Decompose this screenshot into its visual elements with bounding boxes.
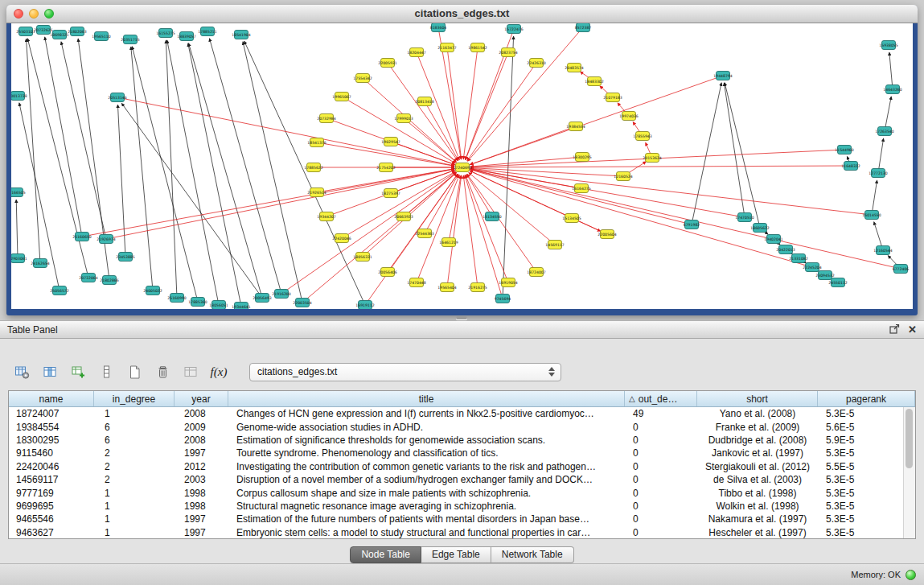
table-cell[interactable]: 1997 xyxy=(175,513,228,525)
graph-node[interactable]: 18698321 xyxy=(50,31,68,39)
graph-node[interactable]: 22245204 xyxy=(803,263,821,272)
graph-node[interactable]: 8183604 xyxy=(430,23,447,32)
table-cell[interactable]: 18300295 xyxy=(9,435,94,446)
edit-table-button[interactable] xyxy=(68,361,88,382)
graph-node[interactable]: 19344641 xyxy=(232,303,250,310)
graph-node[interactable]: 24550112 xyxy=(828,278,847,287)
network-window-titlebar[interactable]: citations_edges.txt xyxy=(6,5,918,23)
graph-node[interactable]: 18839057 xyxy=(177,32,195,41)
graph-node[interactable]: 21926974 xyxy=(97,235,115,244)
table-cell[interactable]: 6 xyxy=(94,435,175,446)
table-cell[interactable]: 2 xyxy=(94,461,175,472)
table-cell[interactable]: 2008 xyxy=(175,408,228,419)
graph-node[interactable]: 18605622 xyxy=(750,224,769,233)
table-cell[interactable]: 5.3E-5 xyxy=(818,513,903,525)
column-header-pagerank[interactable]: pagerank xyxy=(818,391,915,406)
graph-edge[interactable] xyxy=(470,76,723,165)
graph-node[interactable]: 19565110 xyxy=(92,32,110,41)
minimize-window-button[interactable] xyxy=(29,9,39,19)
graph-edge[interactable] xyxy=(189,43,262,298)
graph-node[interactable]: 12160524 xyxy=(614,172,632,181)
graph-node[interactable]: 17470448 xyxy=(407,278,425,287)
table-cell[interactable]: 1998 xyxy=(175,488,228,499)
table-cell[interactable]: 0 xyxy=(625,501,697,512)
graph-edge[interactable] xyxy=(872,180,877,215)
table-cell[interactable]: Wolkin et al. (1998) xyxy=(697,501,818,512)
table-cell[interactable]: 2003 xyxy=(175,474,228,485)
delete-table-button[interactable] xyxy=(152,361,173,382)
graph-node[interactable]: 12160544 xyxy=(873,246,892,255)
table-cell[interactable]: 9463627 xyxy=(9,527,94,538)
table-cell[interactable]: 5.5E-5 xyxy=(818,461,903,472)
close-panel-icon[interactable]: ✕ xyxy=(908,325,917,335)
table-cell[interactable]: Investigating the contribution of common… xyxy=(228,461,625,472)
graph-node[interactable]: 19384554 xyxy=(566,122,585,131)
graph-edge[interactable] xyxy=(188,43,241,307)
graph-node[interactable]: 21916275 xyxy=(468,283,487,292)
graph-node[interactable]: 6772406 xyxy=(893,265,910,274)
graph-edge[interactable] xyxy=(117,105,125,257)
graph-edge[interactable] xyxy=(425,175,458,233)
table-cell[interactable]: Structural magnetic resonance image aver… xyxy=(228,501,625,512)
graph-node[interactable]: 24162654 xyxy=(31,259,49,268)
graph-node[interactable]: 24005022 xyxy=(143,286,162,295)
divider-grip-icon[interactable] xyxy=(456,316,467,319)
graph-edge[interactable] xyxy=(106,169,454,239)
table-cell[interactable]: Corpus callosum shape and size in male p… xyxy=(228,488,625,499)
graph-node[interactable]: 17470510 xyxy=(735,213,754,222)
table-row[interactable]: 911546021997Tourette syndrome. Phenomeno… xyxy=(9,447,903,459)
graph-edge[interactable] xyxy=(470,169,745,217)
create-table-button[interactable] xyxy=(124,361,145,382)
table-cell[interactable]: 49 xyxy=(625,408,697,419)
table-cell[interactable]: 9115460 xyxy=(9,447,94,459)
table-cell[interactable]: 2 xyxy=(94,447,175,459)
column-header-in_degree[interactable]: in_degree xyxy=(94,391,175,406)
graph-edge[interactable] xyxy=(209,39,281,294)
table-cell[interactable]: Hescheler et al. (1997) xyxy=(697,527,818,538)
scrollbar-thumb[interactable] xyxy=(906,409,913,468)
graph-node[interactable]: 17855943 xyxy=(633,132,651,141)
graph-node[interactable]: 21079183 xyxy=(603,93,622,102)
graph-node[interactable]: 22420046 xyxy=(332,234,351,243)
table-cell[interactable]: 2008 xyxy=(175,435,228,446)
graph-node[interactable]: 21926514 xyxy=(307,188,326,197)
graph-edge[interactable] xyxy=(166,40,177,298)
graph-node[interactable]: 17554342 xyxy=(353,74,372,83)
table-cell[interactable]: 1 xyxy=(94,408,175,419)
graph-node[interactable]: 20823754 xyxy=(499,48,517,57)
table-cell[interactable]: 1 xyxy=(94,513,175,525)
graph-node[interactable]: 16155275 xyxy=(156,29,175,38)
column-header-out_de[interactable]: △out_de… xyxy=(625,391,697,406)
graph-node[interactable]: 17240695 xyxy=(453,163,471,172)
graph-node[interactable]: 22005931 xyxy=(378,59,396,68)
graph-node[interactable]: 15938055 xyxy=(879,41,897,50)
graph-node[interactable]: 19565404 xyxy=(437,283,456,292)
graph-node[interactable]: 20153624 xyxy=(643,154,661,163)
graph-node[interactable]: 20013738 xyxy=(11,92,27,101)
graph-edge[interactable] xyxy=(466,175,508,282)
graph-edge[interactable] xyxy=(117,97,454,166)
table-cell[interactable]: Estimation of significance thresholds fo… xyxy=(228,435,625,446)
graph-edge[interactable] xyxy=(463,175,478,287)
table-row[interactable]: 1872400712008Changes of HCN gene express… xyxy=(9,407,903,420)
table-options-button[interactable] xyxy=(11,361,32,382)
graph-node[interactable]: 17885360 xyxy=(188,298,207,307)
graph-node[interactable]: 23453885 xyxy=(116,253,134,262)
graph-node[interactable]: 22544363 xyxy=(415,229,433,238)
graph-node[interactable]: 22426310 xyxy=(527,59,545,68)
graph-node[interactable]: 16164275 xyxy=(572,184,590,193)
graph-node[interactable]: 17885622 xyxy=(304,163,322,172)
column-header-year[interactable]: year xyxy=(175,391,228,406)
graph-node[interactable]: 19448794 xyxy=(713,72,732,80)
graph-node[interactable]: 18541376 xyxy=(307,138,326,147)
table-cell[interactable]: 0 xyxy=(625,488,697,499)
graph-edge[interactable] xyxy=(466,52,508,160)
graph-node[interactable]: 25160990 xyxy=(167,294,186,303)
table-cell[interactable]: Genome-wide association studies in ADHD. xyxy=(228,422,625,433)
table-row[interactable]: 946554611997Estimation of the future num… xyxy=(9,513,903,525)
table-cell[interactable]: 2012 xyxy=(175,461,228,472)
graph-node[interactable]: 14569117 xyxy=(545,241,564,249)
table-cell[interactable]: 0 xyxy=(625,447,697,459)
graph-edge[interactable] xyxy=(469,172,555,245)
graph-node[interactable]: 15134550 xyxy=(483,212,501,221)
